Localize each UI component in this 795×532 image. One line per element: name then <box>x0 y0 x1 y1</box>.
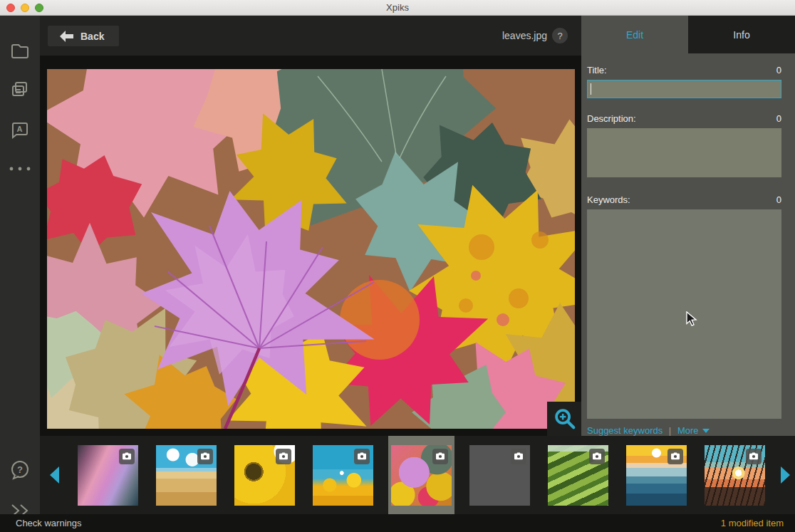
thumbnail-cell <box>702 436 768 514</box>
thumbnail-leaves[interactable] <box>391 445 452 506</box>
title-input[interactable] <box>587 80 781 98</box>
filename-label: leaves.jpg <box>502 30 547 41</box>
thumbnail-cell <box>232 436 298 514</box>
batch-copy-icon[interactable] <box>0 74 40 105</box>
camera-badge-icon <box>746 449 762 464</box>
thumbnail-cell <box>545 436 611 514</box>
svg-text:?: ? <box>17 464 23 475</box>
help-bubble-icon[interactable]: ? <box>0 454 40 486</box>
thumbnail-sunflower[interactable] <box>234 445 295 506</box>
keyword-actions: Suggest keywords | More <box>587 425 781 436</box>
keywords-input[interactable] <box>587 209 781 419</box>
zoom-in-button[interactable] <box>547 402 581 436</box>
check-warnings-label[interactable]: Check warnings <box>16 518 82 528</box>
thumbnail-sunset[interactable] <box>705 445 765 506</box>
title-count: 0 <box>776 65 781 75</box>
camera-badge-icon <box>276 449 291 464</box>
camera-badge-icon <box>432 449 448 464</box>
filmstrip-scroll-right[interactable] <box>781 466 790 484</box>
panel-tabs: Edit Info <box>581 16 795 53</box>
thumbnail-hills[interactable] <box>548 445 608 506</box>
camera-badge-icon <box>667 449 683 464</box>
magnifier-plus-icon <box>551 406 577 432</box>
app-window: Xpiks A ? Back leaves.jpg ? <box>0 0 795 532</box>
thumbnail-cell <box>75 436 141 514</box>
thumbnail-canyon[interactable] <box>78 445 138 506</box>
sidebar: A ? <box>0 16 40 514</box>
description-label: Description: <box>587 113 636 124</box>
more-link[interactable]: More <box>677 425 699 436</box>
more-dots-icon[interactable] <box>0 153 40 184</box>
camera-badge-icon <box>354 449 370 464</box>
actions-separator: | <box>669 425 671 436</box>
chevron-down-icon <box>702 429 710 433</box>
filmstrip <box>40 436 795 514</box>
thumbnail-cell <box>623 436 690 514</box>
thumbnail-ocean[interactable] <box>626 445 687 506</box>
keywords-label: Keywords: <box>587 194 630 205</box>
svg-text:A: A <box>17 125 23 133</box>
camera-badge-icon <box>197 449 213 464</box>
status-bar: Check warnings 1 modified item <box>0 514 795 532</box>
thumbnail-tulips[interactable] <box>313 445 373 506</box>
thumbnail-cell <box>153 436 219 514</box>
camera-badge-icon <box>589 449 605 464</box>
top-toolbar: Back leaves.jpg ? <box>40 16 581 56</box>
back-label: Back <box>80 31 104 42</box>
thumbnail-wheat[interactable] <box>156 445 217 506</box>
window-title: Xpiks <box>0 2 795 13</box>
macos-titlebar: Xpiks <box>0 0 795 16</box>
thumbnail-cell <box>388 436 454 514</box>
tab-edit[interactable]: Edit <box>581 16 688 53</box>
file-help-label: ? <box>557 31 562 41</box>
camera-badge-icon <box>511 449 526 464</box>
file-help-button[interactable]: ? <box>552 28 568 43</box>
thumbnail-cell <box>310 436 376 514</box>
camera-badge-icon <box>119 449 135 464</box>
back-button[interactable]: Back <box>48 26 119 46</box>
filmstrip-scroll-left[interactable] <box>50 466 59 484</box>
suggest-keywords-link[interactable]: Suggest keywords <box>587 425 662 436</box>
keywords-count: 0 <box>776 194 781 205</box>
title-label: Title: <box>587 65 607 75</box>
modified-items-label: 1 modified item <box>721 518 784 528</box>
edit-panel: Edit Info Title: 0 Description: 0 Keywor… <box>581 16 795 436</box>
folder-icon[interactable] <box>0 36 40 67</box>
translate-icon[interactable]: A <box>0 115 40 146</box>
photo-preview <box>47 69 575 429</box>
description-input[interactable] <box>587 128 781 177</box>
tab-info[interactable]: Info <box>688 16 795 53</box>
thumbnail-cell <box>467 436 533 514</box>
preview-area <box>40 56 581 436</box>
description-count: 0 <box>776 113 781 124</box>
back-arrow-icon <box>60 31 73 42</box>
thumbnail-hill[interactable] <box>469 445 530 506</box>
